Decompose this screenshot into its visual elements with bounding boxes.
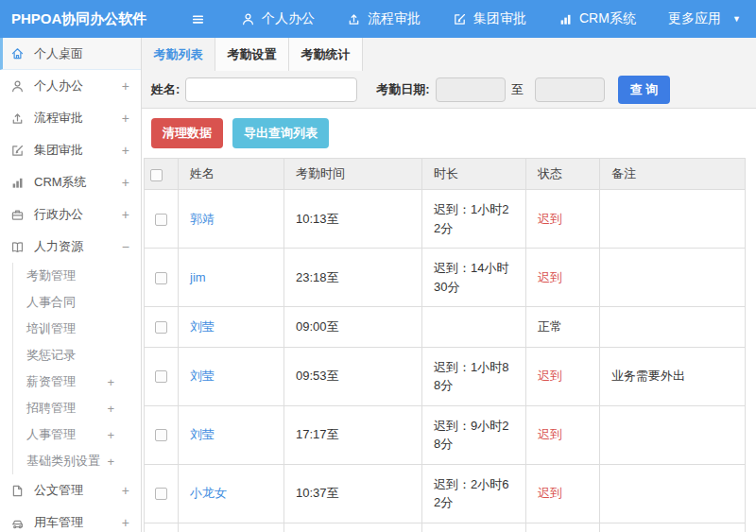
- note-cell: [600, 190, 746, 249]
- expand-toggle[interactable]: +: [107, 403, 114, 415]
- expand-toggle[interactable]: +: [107, 455, 114, 468]
- edit-icon: [10, 144, 26, 158]
- employee-link[interactable]: 刘莹: [190, 427, 215, 441]
- filter-bar: 姓名: 考勤日期: 至 查 询: [142, 71, 756, 109]
- col-header-note: 备注: [600, 159, 746, 190]
- sidebar-subitem-label: 人事管理: [26, 426, 76, 443]
- top-bar: PHPOA协同办公软件 个人办公流程审批集团审批CRM系统更多应用▼: [0, 0, 756, 38]
- name-filter-input[interactable]: [185, 77, 357, 102]
- employee-link[interactable]: 刘莹: [190, 319, 215, 334]
- employee-link[interactable]: 刘莹: [190, 369, 215, 383]
- expand-toggle[interactable]: +: [122, 516, 129, 529]
- name-cell: 管理员: [179, 523, 284, 532]
- table-wrap: 姓名 考勤时间 时长 状态 备注 郭靖10:13至迟到：1小时22分迟到jim2…: [144, 158, 746, 532]
- checkbox-cell: [145, 523, 179, 532]
- row-checkbox[interactable]: [155, 272, 167, 284]
- expand-toggle[interactable]: +: [122, 79, 129, 93]
- sidebar-item[interactable]: 个人办公+: [0, 70, 141, 102]
- top-menu: 个人办公流程审批集团审批CRM系统更多应用▼: [241, 10, 741, 27]
- checkbox-cell: [145, 307, 179, 348]
- row-checkbox[interactable]: [155, 429, 167, 441]
- sidebar-item[interactable]: 集团审批+: [0, 134, 141, 166]
- expand-toggle[interactable]: −: [122, 240, 129, 253]
- sidebar-subitem[interactable]: 人事合同: [13, 289, 141, 316]
- select-all-checkbox[interactable]: [150, 169, 163, 181]
- briefcase-icon: [10, 208, 26, 222]
- time-cell: 09:53至: [284, 347, 422, 405]
- status-cell: 迟到: [526, 190, 600, 249]
- top-menu-item[interactable]: 更多应用▼: [668, 10, 741, 27]
- sidebar-subitem[interactable]: 招聘管理+: [13, 395, 141, 421]
- hamburger-menu-icon[interactable]: [191, 12, 205, 26]
- row-checkbox[interactable]: [155, 214, 167, 226]
- sidebar-subitem[interactable]: 人事管理+: [13, 421, 141, 448]
- table-row: 小龙女10:37至迟到：2小时62分迟到: [145, 464, 746, 523]
- sidebar-item[interactable]: 行政办公+: [0, 198, 141, 231]
- tab-label: 考勤列表: [154, 46, 203, 63]
- sidebar-item-label: 个人桌面: [34, 45, 83, 62]
- duration-cell: 迟到：1小时22分: [422, 190, 526, 249]
- sidebar-subitem[interactable]: 奖惩记录: [13, 342, 141, 369]
- employee-link[interactable]: 小龙女: [190, 486, 227, 500]
- name-cell: 刘莹: [179, 307, 284, 348]
- tab-label: 考勤统计: [301, 46, 351, 63]
- sidebar-item-label: 集团审批: [34, 142, 83, 159]
- employee-link[interactable]: jim: [190, 270, 206, 284]
- top-menu-item[interactable]: 流程审批: [347, 10, 421, 27]
- row-checkbox[interactable]: [155, 370, 167, 383]
- sidebar-item[interactable]: 人力资源−: [0, 231, 141, 263]
- expand-toggle[interactable]: +: [122, 176, 129, 189]
- top-menu-item[interactable]: 集团审批: [453, 10, 526, 27]
- expand-toggle[interactable]: +: [122, 208, 129, 221]
- flow-icon: [10, 112, 26, 126]
- sidebar-item-label: 公文管理: [34, 482, 83, 499]
- expand-toggle[interactable]: +: [107, 376, 114, 388]
- sidebar-item[interactable]: CRM系统+: [0, 166, 141, 198]
- table-row: 刘莹09:00至正常: [145, 307, 746, 348]
- status-text: 正常: [538, 319, 562, 334]
- sidebar-submenu: 考勤管理人事合同培训管理奖惩记录薪资管理+招聘管理+人事管理+基础类别设置+: [12, 263, 141, 474]
- top-menu-item-label: 流程审批: [368, 10, 421, 27]
- tab-attendance-list[interactable]: 考勤列表: [142, 38, 215, 71]
- name-cell: 刘莹: [179, 347, 284, 405]
- sidebar: 个人桌面个人办公+流程审批+集团审批+CRM系统+行政办公+人力资源−考勤管理人…: [0, 38, 142, 532]
- date-range-to-label: 至: [511, 81, 524, 98]
- sidebar-item[interactable]: 用车管理+: [0, 506, 141, 532]
- doc-icon: [10, 484, 26, 498]
- status-text: 迟到: [538, 427, 562, 441]
- col-header-time: 考勤时间: [284, 159, 422, 190]
- status-text: 迟到: [538, 369, 562, 383]
- note-cell: 1111: [600, 523, 746, 532]
- sidebar-subitem[interactable]: 薪资管理+: [13, 369, 141, 395]
- duration-cell: [422, 307, 526, 348]
- sidebar-item[interactable]: 流程审批+: [0, 102, 141, 134]
- top-menu-item[interactable]: CRM系统: [558, 10, 636, 27]
- date-to-input[interactable]: [535, 77, 605, 102]
- row-checkbox[interactable]: [155, 488, 167, 500]
- sidebar-subitem[interactable]: 基础类别设置+: [13, 448, 141, 474]
- export-list-button[interactable]: 导出查询列表: [232, 118, 329, 148]
- date-from-input[interactable]: [436, 77, 506, 102]
- sidebar-subitem[interactable]: 培训管理: [13, 316, 141, 342]
- expand-toggle[interactable]: +: [122, 112, 129, 125]
- employee-link[interactable]: 郭靖: [190, 212, 215, 226]
- sidebar-item[interactable]: 公文管理+: [0, 474, 141, 506]
- sidebar-subitem[interactable]: 考勤管理: [13, 263, 141, 289]
- top-menu-item[interactable]: 个人办公: [241, 10, 315, 27]
- expand-toggle[interactable]: +: [122, 144, 129, 157]
- tab-attendance-settings[interactable]: 考勤设置: [215, 38, 289, 71]
- car-icon: [10, 516, 26, 530]
- search-button[interactable]: 查 询: [618, 76, 671, 104]
- row-checkbox[interactable]: [155, 321, 167, 334]
- clean-data-button[interactable]: 清理数据: [151, 118, 223, 148]
- status-cell: 迟到: [526, 249, 600, 307]
- note-cell: 业务需要外出: [600, 347, 746, 405]
- expand-toggle[interactable]: +: [107, 429, 114, 441]
- status-cell: 正常: [526, 307, 600, 348]
- sidebar-item-label: CRM系统: [34, 174, 87, 191]
- duration-cell: 迟到：9小时28分: [422, 405, 526, 464]
- expand-toggle[interactable]: +: [122, 484, 129, 497]
- tab-attendance-stats[interactable]: 考勤统计: [289, 38, 363, 71]
- status-cell: 迟到/早退: [526, 523, 600, 532]
- sidebar-item[interactable]: 个人桌面: [0, 38, 141, 70]
